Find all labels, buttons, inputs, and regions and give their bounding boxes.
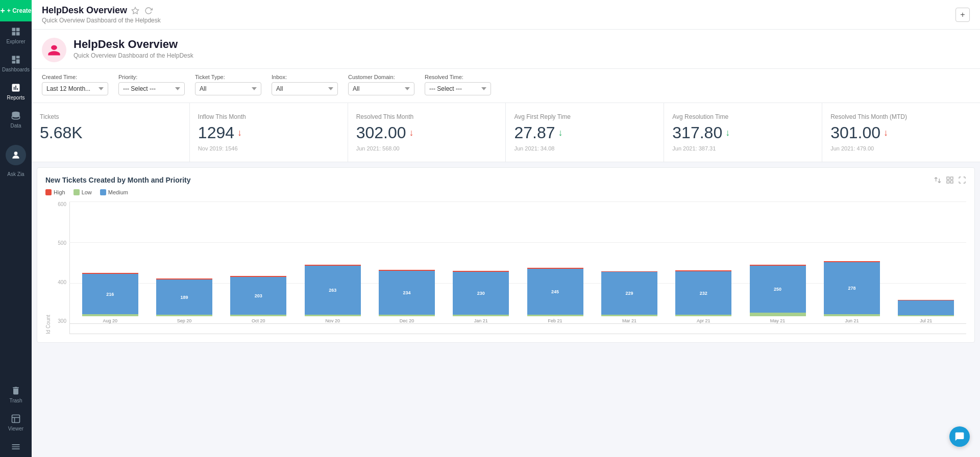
stat-label-avg-reply: Avg First Reply Time: [514, 113, 655, 120]
filter-resolved-time-select[interactable]: --- Select --- This Month Last Month: [425, 82, 491, 95]
chat-button[interactable]: [949, 426, 970, 447]
create-label: + Create: [7, 7, 32, 14]
sidebar-item-viewer[interactable]: Viewer: [8, 409, 23, 437]
x-label: Jul 21: [920, 318, 932, 323]
bar-segment-medium: 250: [750, 266, 806, 313]
filter-priority-label: Priority:: [118, 74, 185, 80]
y-axis: 600 500 400 300: [51, 201, 69, 334]
filter-customer-domain-label: Customer Domain:: [348, 74, 414, 80]
bar-segment-low: [750, 313, 806, 316]
filter-ticket-type-select[interactable]: All Question Problem Feature Request: [195, 82, 261, 95]
arrow-down-icon: ↓: [237, 128, 242, 138]
bar-segment-low: [675, 315, 731, 316]
svg-rect-2: [12, 415, 19, 423]
bar-segment-medium: 230: [453, 272, 509, 315]
stat-compare-resolved-mtd: Jun 2021: 479.00: [830, 145, 972, 151]
bars-row: 216Aug 20189Sep 20203Oct 20263Nov 20234D…: [69, 201, 966, 334]
sidebar-item-label: Viewer: [8, 426, 23, 431]
sidebar-item-label: Ask Zia: [7, 171, 24, 177]
bar-segment-low: [527, 315, 583, 316]
svg-rect-9: [950, 181, 953, 183]
bar-group-Nov 20: 263Nov 20: [298, 201, 368, 323]
stat-compare-inflow: Nov 2019: 1546: [198, 145, 339, 151]
sidebar-item-reports[interactable]: Reports: [0, 78, 32, 106]
bar-segment-medium: 263: [305, 266, 361, 315]
bar-segment-low: [824, 314, 880, 316]
chart-header: New Tickets Created by Month and Priorit…: [45, 176, 966, 184]
stat-compare-avg-reply: Jun 2021: 34.08: [514, 145, 655, 151]
bars-container: 216Aug 20189Sep 20203Oct 20263Nov 20234D…: [69, 201, 966, 334]
filter-priority-select[interactable]: --- Select --- High Medium Low: [118, 82, 185, 95]
filter-customer-domain: Customer Domain: All: [348, 74, 414, 95]
sidebar-item-dashboards[interactable]: Dashboards: [0, 49, 32, 78]
filter-resolved-time: Resolved Time: --- Select --- This Month…: [425, 74, 491, 95]
create-button[interactable]: + + Create: [0, 0, 32, 21]
expand-icon[interactable]: [958, 176, 966, 184]
sidebar-item-trash[interactable]: Trash: [8, 380, 23, 409]
filter-customer-domain-select[interactable]: All: [348, 82, 414, 95]
x-label: Jun 21: [845, 318, 859, 323]
legend-dot-medium: [100, 189, 106, 195]
arrow-down-icon: ↓: [884, 128, 888, 138]
filter-ticket-type-label: Ticket Type:: [195, 74, 261, 80]
legend-label-low: Low: [82, 189, 92, 195]
dashboard-header: HelpDesk Overview Quick Overview Dashboa…: [32, 30, 980, 69]
x-label: Jan 21: [474, 318, 488, 323]
stat-card-avg-reply: Avg First Reply Time 27.87 ↓ Jun 2021: 3…: [506, 103, 664, 162]
bar-segment-low: [379, 315, 435, 316]
bar-segment-low: [601, 315, 657, 316]
stat-value-avg-reply: 27.87 ↓: [514, 123, 655, 142]
svg-rect-6: [947, 177, 949, 180]
sidebar-item-label: Dashboards: [2, 67, 30, 72]
bar-segment-low: [156, 315, 212, 316]
stat-label-resolved: Resolved This Month: [356, 113, 498, 120]
stat-card-avg-resolution: Avg Resolution Time 317.80 ↓ Jun 2021: 3…: [664, 103, 822, 162]
bar-segment-medium: 245: [527, 269, 583, 315]
x-label: May 21: [770, 318, 786, 323]
filter-created-time: Created Time: Last 12 Month... Last 6 Mo…: [42, 74, 108, 95]
filter-resolved-time-label: Resolved Time:: [425, 74, 491, 80]
legend-label-medium: Medium: [108, 189, 128, 195]
legend-item-low: Low: [74, 189, 92, 195]
bar-group-Sep 20: 189Sep 20: [149, 201, 219, 323]
sidebar-item-explorer[interactable]: Explorer: [0, 21, 32, 49]
chart-actions: [934, 176, 966, 184]
chart-title: New Tickets Created by Month and Priorit…: [45, 176, 190, 184]
topbar-subtitle: Quick Overview Dashboard of the Helpdesk: [42, 17, 161, 24]
dashboard-subtitle: Quick Overview Dashboard of the HelpDesk: [74, 52, 193, 59]
arrow-down-green-icon: ↓: [725, 128, 730, 138]
svg-marker-5: [132, 7, 138, 14]
bar-segment-medium: 189: [156, 280, 212, 315]
legend-dot-high: [45, 189, 52, 195]
stat-card-resolved: Resolved This Month 302.00 ↓ Jun 2021: 5…: [348, 103, 506, 162]
bar-group-Mar 21: 229Mar 21: [594, 201, 664, 323]
filter-created-time-select[interactable]: Last 12 Month... Last 6 Months This Mont…: [42, 82, 108, 95]
topbar-title: HelpDesk Overview: [42, 5, 161, 16]
sidebar-item-menu[interactable]: [8, 437, 23, 457]
star-icon[interactable]: [131, 7, 139, 15]
filter-inbox-select[interactable]: All Support Sales Billing: [272, 82, 338, 95]
bar-group-May 21: 250May 21: [743, 201, 813, 323]
sidebar-item-data[interactable]: Data: [0, 106, 32, 134]
stat-card-tickets: Tickets 5.68K: [32, 103, 190, 162]
bar-segment-medium: 216: [82, 274, 138, 314]
filter-created-time-label: Created Time:: [42, 74, 108, 80]
bar-segment-medium: 234: [379, 271, 435, 315]
refresh-icon[interactable]: [144, 7, 153, 15]
x-label: Aug 20: [103, 318, 117, 323]
sidebar-item-ask-zia[interactable]: Ask Zia: [0, 136, 32, 182]
stat-compare-avg-resolution: Jun 2021: 387.31: [672, 145, 814, 151]
add-button[interactable]: +: [955, 8, 970, 22]
chart-type-icon[interactable]: [946, 176, 954, 184]
swap-icon[interactable]: [934, 176, 942, 184]
bar-segment-medium: [898, 300, 954, 315]
bar-segment-medium: 203: [230, 277, 286, 315]
bar-segment-low: [453, 315, 509, 316]
sidebar-item-label: Explorer: [6, 39, 25, 44]
y-axis-title: Id Count: [45, 201, 51, 334]
stats-row: Tickets 5.68K Inflow This Month 1294 ↓ N…: [32, 103, 980, 162]
stat-value-inflow: 1294 ↓: [198, 123, 339, 142]
stat-value-avg-resolution: 317.80 ↓: [672, 123, 814, 142]
stat-card-inflow: Inflow This Month 1294 ↓ Nov 2019: 1546: [190, 103, 348, 162]
topbar-left: HelpDesk Overview Quick Overview Dashboa…: [42, 5, 161, 24]
